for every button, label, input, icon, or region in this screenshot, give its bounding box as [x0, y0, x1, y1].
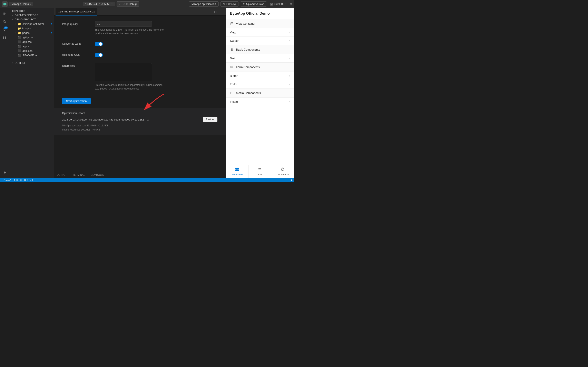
refresh-icon[interactable]: ↻: [289, 2, 292, 6]
miniapp-optimization-button[interactable]: MiniApp optimization: [189, 1, 219, 7]
usb-debug-button[interactable]: ⇌ USB Debug: [117, 1, 139, 7]
viewport-icon: ▣: [270, 2, 273, 6]
miniapp-optimizer-label: .miniapp-optimizer: [22, 22, 44, 25]
editor-scroll-area: Image quality The value range is 1-100. …: [54, 16, 226, 172]
bottom-tab-output[interactable]: OUTPUT: [54, 172, 70, 178]
rp-section-media-components[interactable]: Media Components: [226, 89, 294, 98]
image-quality-input[interactable]: [95, 21, 152, 27]
appcss-label: app.css: [22, 40, 32, 43]
svg-marker-25: [232, 92, 233, 93]
outline-chevron: ›: [12, 62, 13, 64]
convert-webp-toggle[interactable]: [95, 42, 103, 46]
image-quality-label: Image quality: [62, 21, 95, 25]
rp-section-form-components[interactable]: Form Components: [226, 63, 294, 72]
restore-btn-label: Restore: [206, 118, 214, 121]
sidebar-item-appjson[interactable]: ⬛ app.json: [9, 49, 54, 53]
rp-item-view[interactable]: View ›: [226, 28, 294, 37]
convert-webp-knob: [99, 42, 102, 46]
restore-button[interactable]: Restore: [203, 117, 217, 122]
convert-webp-control: [95, 41, 217, 46]
rp-footer-components[interactable]: Components: [226, 165, 249, 178]
text-item-label: Text: [230, 57, 235, 60]
miniapp-optimizer-dot: [51, 23, 52, 25]
upload-label: Upload Version: [246, 2, 264, 6]
rp-footer-api[interactable]: API: [249, 165, 272, 178]
bottom-tab-devtools[interactable]: DEVTOOLS: [88, 172, 107, 178]
app-selector[interactable]: MiniApp Demo ▾: [9, 2, 33, 6]
activity-icon-files[interactable]: [1, 10, 8, 17]
error-icon: ✕: [24, 179, 26, 182]
rp-item-editor[interactable]: Editor ›: [226, 80, 294, 89]
svg-rect-14: [5, 36, 6, 38]
file-icon-appcss: ⬛: [18, 40, 21, 43]
ignore-files-control: Enter file wildcard, multiple files sepa…: [95, 63, 217, 91]
activity-icon-extensions[interactable]: [1, 34, 8, 42]
tab-optimize[interactable]: Optimize MiniApp package size: [56, 8, 97, 16]
activity-bar: 16: [0, 8, 9, 178]
rp-item-text[interactable]: Text ›: [226, 54, 294, 63]
images-chevron: ›: [16, 27, 16, 30]
optimization-record-section: Optimization record 2024-09-03 14:06:05 …: [54, 108, 226, 135]
viewport-selector[interactable]: 360x800: [274, 2, 284, 6]
view-item-label: View: [230, 31, 236, 34]
usb-icon: ⇌: [119, 2, 121, 6]
sidebar-demo-project[interactable]: › DEMO-PROJECT: [9, 17, 54, 22]
preview-button[interactable]: ◎ Preview: [220, 1, 238, 7]
outline-label: OUTLINE: [15, 61, 26, 64]
svg-line-12: [4, 29, 5, 30]
status-errors[interactable]: ✕ 0 ⚠ 0: [24, 179, 33, 182]
bottom-panel: OUTPUT TERMINAL DEVTOOLS: [54, 172, 226, 178]
rp-item-image[interactable]: Image ›: [226, 98, 294, 106]
status-sync[interactable]: ⟳ 0 ↓ 0: [14, 179, 22, 182]
right-panel-footer: Components API Our Product: [226, 165, 294, 178]
file-icon-appjs: ⬛: [18, 45, 21, 48]
sidebar-outline[interactable]: › OUTLINE: [9, 61, 54, 65]
sidebar-item-readme[interactable]: ⬛ README.md: [9, 53, 54, 58]
bottom-tab-terminal[interactable]: TERMINAL: [70, 172, 88, 178]
upload-oss-toggle[interactable]: [95, 53, 103, 57]
status-info-icon: ℹ: [291, 179, 292, 182]
more-actions-button[interactable]: ···: [219, 10, 224, 14]
right-panel-list: View Container View › Swiper › Basic Com…: [226, 19, 294, 165]
activity-icon-search[interactable]: [1, 18, 8, 25]
sidebar-item-miniapp-optimizer[interactable]: › 📁 .miniapp-optimizer: [9, 22, 54, 26]
sidebar-item-pages[interactable]: › 📁 pages: [9, 31, 54, 35]
status-branch[interactable]: ⎇ main*: [2, 179, 11, 182]
svg-point-21: [232, 49, 232, 50]
start-btn-wrapper: Start optimization: [62, 96, 217, 104]
sidebar-opened-editors[interactable]: › OPENED EDITORS: [9, 13, 54, 17]
svg-rect-22: [231, 66, 233, 67]
readme-label: README.md: [22, 54, 38, 57]
folder-icon-miniapp: 📁: [18, 22, 21, 25]
opt-record-summary: The package size has been reduced by 101…: [87, 118, 145, 121]
rp-item-button[interactable]: Button ›: [226, 72, 294, 80]
form-group-convert-webp: Convert to webp: [62, 41, 217, 46]
svg-marker-33: [281, 167, 285, 171]
sidebar-item-appjs[interactable]: ⬛ app.js: [9, 44, 54, 49]
start-optimization-button[interactable]: Start optimization: [62, 98, 91, 104]
text-item-chevron: ›: [289, 57, 290, 60]
split-editor-button[interactable]: ⊟: [213, 10, 218, 14]
sidebar: EXPLORER › OPENED EDITORS › DEMO-PROJECT…: [9, 8, 54, 178]
rp-footer-our-product[interactable]: Our Product: [271, 165, 294, 178]
sidebar-item-gitignore[interactable]: ⬛ .gitignore: [9, 35, 54, 40]
upload-version-button[interactable]: ⬆ Upload Version: [240, 1, 267, 7]
form-group-upload-oss: Upload to OSS: [62, 52, 217, 57]
svg-rect-5: [3, 15, 5, 15]
form-group-ignore-files: Ignore files Enter file wildcard, multip…: [62, 63, 217, 91]
ignore-files-textarea[interactable]: [95, 63, 152, 81]
api-footer-icon: [258, 167, 262, 173]
rp-section-basic-components[interactable]: Basic Components: [226, 45, 294, 54]
ip-dropdown-icon: ▾: [112, 3, 112, 5]
topbar-right: MiniApp optimization ◎ Preview ⬆ Upload …: [189, 1, 292, 7]
sidebar-item-appcss[interactable]: ⬛ app.css: [9, 40, 54, 44]
activity-icon-source-control[interactable]: 16: [1, 26, 8, 33]
ip-selector[interactable]: 10.150.248.159:5555 ▾: [83, 2, 115, 6]
rp-item-swiper[interactable]: Swiper ›: [226, 37, 294, 45]
activity-icon-settings[interactable]: [1, 169, 8, 176]
branch-icon: ⎇: [2, 179, 5, 182]
pages-label: pages: [22, 31, 29, 34]
tab-bar: Optimize MiniApp package size ⊟ ···: [54, 8, 226, 16]
sidebar-item-images[interactable]: › 📁 images: [9, 26, 54, 31]
rp-section-view-container[interactable]: View Container: [226, 19, 294, 28]
